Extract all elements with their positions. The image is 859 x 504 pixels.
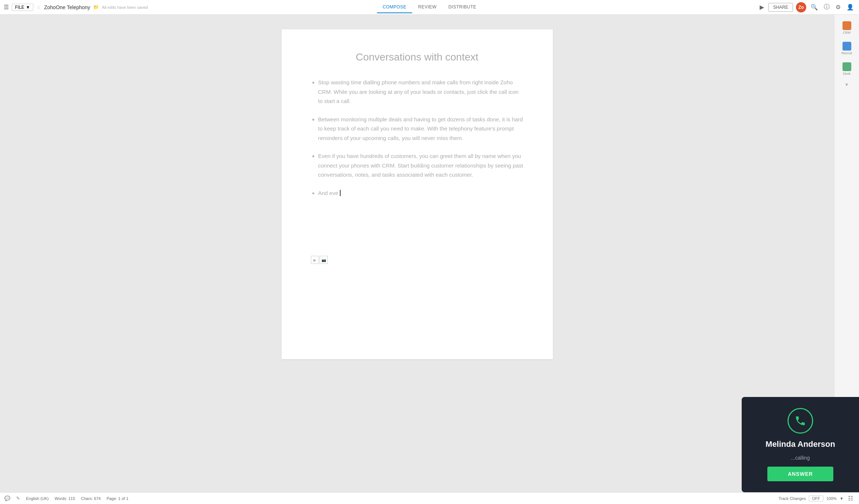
track-changes-button[interactable]: OFF xyxy=(809,496,823,501)
placeholder-box-2: 📷 xyxy=(320,256,328,264)
desk-icon xyxy=(843,62,851,71)
tab-distribute[interactable]: DISTRIBUTE xyxy=(443,1,482,13)
call-widget: Melinda Anderson ...calling ANSWER xyxy=(742,397,859,492)
document-area: Conversations with context Stop wasting … xyxy=(0,15,834,492)
placeholder-box: ▶ xyxy=(311,256,319,264)
words-label: Words: 115 xyxy=(55,496,75,501)
statusbar: 💬 ✎ English (UK) Words: 115 Chars: 674 P… xyxy=(0,492,859,504)
dropdown-arrow-icon: ▼ xyxy=(26,5,30,10)
chars-label: Chars: 674 xyxy=(81,496,101,501)
answer-button[interactable]: ANSWER xyxy=(767,467,833,481)
list-item-text: And eve xyxy=(318,190,338,196)
settings-icon[interactable]: ⚙ xyxy=(834,2,842,12)
star-icon[interactable]: ☆ xyxy=(36,4,41,10)
language-label: English (UK) xyxy=(26,496,49,501)
words-count: 115 xyxy=(68,496,75,501)
avatar: Zo xyxy=(796,2,806,12)
desk-label: Desk xyxy=(843,72,851,76)
words-text: Words: xyxy=(55,496,67,501)
statusbar-right: Track Changes OFF 100% ▼ ☷ xyxy=(779,493,855,503)
folder-icon: 📁 xyxy=(93,4,99,10)
layout-toggle-button[interactable]: ☷ xyxy=(847,493,855,503)
chars-text: Chars: xyxy=(81,496,93,501)
search-icon[interactable]: 🔍 xyxy=(809,2,819,12)
list-item: Stop wasting time dialling phone numbers… xyxy=(318,78,524,106)
phone-icon xyxy=(794,414,807,427)
page-title: Conversations with context xyxy=(311,51,524,63)
main-area: Conversations with context Stop wasting … xyxy=(0,15,859,492)
help-icon[interactable]: ⓘ xyxy=(822,2,831,12)
caller-name: Melinda Anderson xyxy=(766,439,835,449)
text-cursor xyxy=(338,190,341,196)
hamburger-icon[interactable]: ☰ xyxy=(4,4,9,11)
share-button[interactable]: SHARE xyxy=(768,3,793,12)
list-item: Even if you have hundreds of customers, … xyxy=(318,151,524,180)
zoom-dropdown-icon[interactable]: ▼ xyxy=(840,496,844,501)
tab-group: COMPOSE REVIEW DISTRIBUTE xyxy=(377,1,482,13)
presentation-icon[interactable]: ▶ xyxy=(758,2,766,12)
file-label: FILE xyxy=(15,5,24,10)
document-page: Conversations with context Stop wasting … xyxy=(282,29,553,359)
bullet-list: Stop wasting time dialling phone numbers… xyxy=(311,78,524,198)
saved-status: All edits have been saved xyxy=(102,5,148,10)
page-text: Page: xyxy=(107,496,117,501)
sidebar-expand-icon[interactable]: ▼ xyxy=(843,80,851,89)
page-separator: of xyxy=(122,496,126,501)
call-ring-icon xyxy=(788,408,813,434)
comment-icon[interactable]: 💬 xyxy=(4,496,10,501)
list-item: And eve xyxy=(318,188,524,198)
recruit-icon xyxy=(843,42,851,51)
page-total: 1 xyxy=(126,496,128,501)
topbar: ☰ FILE ▼ ☆ ZohoOne Telephony 📁 All edits… xyxy=(0,0,859,15)
chars-count: 674 xyxy=(94,496,100,501)
tab-review[interactable]: REVIEW xyxy=(412,1,443,13)
user-profile-icon[interactable]: 👤 xyxy=(845,2,855,12)
crm-icon xyxy=(843,21,851,30)
sidebar-item-desk[interactable]: Desk xyxy=(834,59,859,78)
zoom-button[interactable]: 100% xyxy=(826,496,837,501)
list-item: Between monitoring multiple deals and ha… xyxy=(318,115,524,143)
sidebar-item-crm[interactable]: CRM xyxy=(834,18,859,37)
page-label: Page: 1 of 1 xyxy=(107,496,128,501)
document-title: ZohoOne Telephony xyxy=(44,4,90,10)
file-menu-button[interactable]: FILE ▼ xyxy=(12,4,33,11)
call-status: ...calling xyxy=(791,455,810,461)
edit-icon[interactable]: ✎ xyxy=(16,496,20,501)
topbar-right: ▶ SHARE Zo 🔍 ⓘ ⚙ 👤 xyxy=(758,2,855,12)
recruit-label: Recruit xyxy=(841,51,852,55)
sidebar-item-recruit[interactable]: Recruit xyxy=(834,39,859,58)
tab-compose[interactable]: COMPOSE xyxy=(377,1,412,13)
track-changes-label: Track Changes xyxy=(779,496,806,501)
image-placeholder: ▶ 📷 xyxy=(311,256,328,264)
crm-label: CRM xyxy=(843,31,851,34)
page-current: 1 xyxy=(118,496,120,501)
